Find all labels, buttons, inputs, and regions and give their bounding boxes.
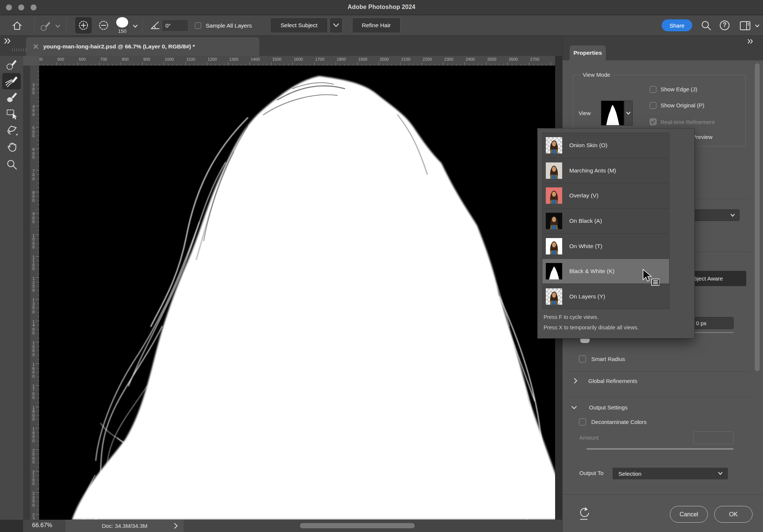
- refine-edge-brush-tool-selected[interactable]: [2, 73, 21, 89]
- global-refinements-chevron-icon[interactable]: [573, 378, 578, 384]
- ruler-tick: [36, 84, 39, 85]
- output-to-select[interactable]: Selection: [612, 467, 728, 480]
- sample-all-layers-checkbox[interactable]: [195, 22, 201, 29]
- view-option-thumbnail: [546, 288, 562, 305]
- view-mode-option[interactable]: Marching Ants (M): [542, 158, 669, 183]
- tab-properties[interactable]: Properties: [570, 45, 606, 60]
- share-button[interactable]: Share: [662, 19, 692, 31]
- ruler-label: 900: [32, 212, 35, 224]
- ruler-tick: [56, 62, 57, 66]
- help-icon[interactable]: ?: [719, 20, 730, 31]
- zoom-tool[interactable]: [6, 159, 18, 171]
- ruler-tick: [36, 514, 39, 514]
- document-canvas[interactable]: [39, 66, 555, 520]
- panel-gutter: [23, 56, 30, 532]
- ruler-label: 1000: [32, 234, 35, 249]
- ruler-tick: [271, 62, 272, 66]
- ruler-label: 1300: [229, 57, 238, 61]
- hand-tool[interactable]: [6, 141, 18, 153]
- output-settings-label[interactable]: Output Settings: [589, 404, 627, 411]
- output-settings-chevron-icon[interactable]: [571, 405, 577, 410]
- refine-hair-button[interactable]: Refine Hair: [352, 18, 401, 33]
- show-original-checkbox[interactable]: [650, 102, 656, 109]
- ruler-label: 1400: [251, 57, 260, 61]
- workspace-chevron-icon[interactable]: [755, 24, 760, 28]
- close-tab-icon[interactable]: [33, 44, 39, 50]
- realtime-refinement-label: Real-time Refinement: [661, 119, 715, 125]
- cancel-button[interactable]: Cancel: [670, 506, 708, 523]
- horizontal-scrollbar-thumb[interactable]: [300, 523, 415, 528]
- document-size-info: Doc: 34.3M/34.3M: [102, 523, 148, 529]
- ruler-label: 500: [57, 57, 64, 61]
- view-mode-option[interactable]: On Layers (Y): [542, 284, 669, 309]
- reset-workspace-icon[interactable]: [578, 507, 591, 521]
- ruler-label: 1800: [32, 406, 35, 421]
- ruler-tick: [36, 450, 39, 450]
- ruler-tick: [228, 62, 228, 66]
- ruler-tick: [36, 149, 39, 149]
- ruler-tick: [36, 106, 39, 106]
- brush-preset-icon[interactable]: [40, 21, 53, 31]
- view-mode-option[interactable]: Overlay (V): [542, 183, 669, 208]
- object-selection-tool[interactable]: [6, 108, 18, 120]
- brush-angle-icon: [150, 20, 160, 31]
- view-option-thumbnail: [546, 162, 562, 179]
- ruler-tick: [36, 256, 39, 257]
- add-to-selection-button[interactable]: [75, 17, 92, 34]
- ruler-corner: [23, 56, 39, 66]
- ruler-tick: [36, 127, 39, 127]
- ruler-label: 1900: [358, 57, 367, 61]
- ruler-label: 2100: [401, 57, 410, 61]
- amount-input[interactable]: [693, 431, 734, 444]
- amount-slider-track[interactable]: [586, 448, 734, 450]
- ruler-tick: [99, 62, 99, 66]
- global-refinements-label[interactable]: Global Refinements: [588, 378, 637, 384]
- ruler-tick: [36, 493, 39, 493]
- smart-radius-checkbox[interactable]: [579, 355, 586, 362]
- search-icon[interactable]: [700, 20, 712, 31]
- status-options-chevron-icon[interactable]: [174, 523, 178, 529]
- ok-button[interactable]: OK: [714, 506, 753, 523]
- ruler-tick: [36, 278, 39, 278]
- view-mode-option[interactable]: Onion Skin (O): [542, 133, 669, 158]
- lasso-tool[interactable]: [6, 124, 18, 136]
- decontaminate-colors-checkbox[interactable]: [579, 418, 586, 425]
- window-titlebar: Adobe Photoshop 2024: [0, 0, 763, 15]
- ruler-label: 2500: [487, 57, 496, 61]
- home-icon[interactable]: [12, 20, 23, 31]
- view-dropdown-chevron[interactable]: [624, 101, 633, 126]
- tools-panel-expand-icon[interactable]: [4, 38, 11, 44]
- smart-radius-label: Smart Radius: [591, 356, 625, 362]
- view-thumbnail[interactable]: [601, 101, 624, 126]
- view-option-label: On White (T): [569, 243, 602, 250]
- subtract-from-selection-button[interactable]: [95, 17, 112, 34]
- brush-size-chevron-icon[interactable]: [133, 24, 138, 28]
- view-mode-group-label: View Mode: [580, 72, 613, 78]
- view-mode-option[interactable]: On White (T): [542, 233, 669, 259]
- ruler-label: 1700: [315, 57, 324, 61]
- view-mode-option[interactable]: On Black (A): [542, 208, 669, 234]
- brush-tool[interactable]: [6, 92, 18, 104]
- ruler-tick: [121, 62, 121, 66]
- panel-menu-icon[interactable]: [747, 39, 754, 44]
- workspace-switcher-icon[interactable]: [739, 20, 751, 31]
- brush-tip-preview-icon[interactable]: [116, 17, 129, 28]
- ruler-tick: [207, 62, 207, 66]
- select-subject-dropdown-button[interactable]: [329, 18, 343, 33]
- show-edge-checkbox[interactable]: [650, 86, 656, 93]
- ruler-tick: [36, 192, 39, 192]
- panel-scrollbar-thumb[interactable]: [755, 63, 760, 371]
- ruler-label: 1900: [32, 427, 35, 443]
- document-tab[interactable]: young-man-long-hair2.psd @ 66.7% (Layer …: [26, 37, 259, 56]
- ruler-label: 900: [143, 57, 150, 61]
- view-option-label: Onion Skin (O): [569, 142, 608, 149]
- ruler-tick: [443, 62, 443, 66]
- tools-panel: [0, 56, 23, 520]
- view-option-label: Marching Ants (M): [569, 167, 616, 174]
- brush-angle-input[interactable]: 0°: [162, 19, 189, 32]
- quick-selection-tool[interactable]: [6, 59, 18, 71]
- zoom-level-value[interactable]: 66.67%: [32, 522, 52, 529]
- realtime-refinement-checkbox[interactable]: [650, 118, 656, 125]
- brush-preset-chevron-icon[interactable]: [55, 24, 60, 28]
- select-subject-button[interactable]: Select Subject: [270, 18, 328, 33]
